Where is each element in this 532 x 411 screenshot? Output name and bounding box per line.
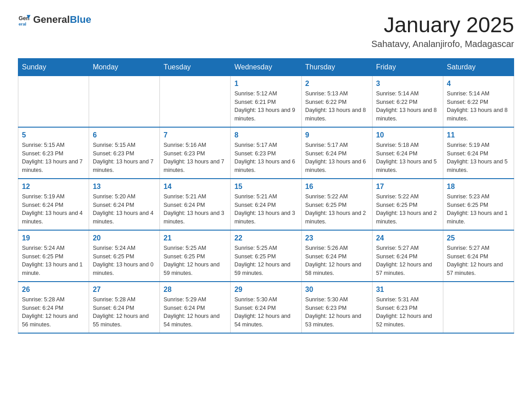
day-number: 15 bbox=[234, 183, 297, 191]
calendar-table: Sunday Monday Tuesday Wednesday Thursday… bbox=[18, 58, 514, 334]
day-info: Sunrise: 5:14 AMSunset: 6:22 PMDaylight:… bbox=[376, 90, 439, 123]
calendar-cell: 13Sunrise: 5:20 AMSunset: 6:24 PMDayligh… bbox=[89, 179, 160, 230]
page-header: Gen eral GeneralBlue January 2025 Sahata… bbox=[18, 13, 514, 49]
calendar-cell: 4Sunrise: 5:14 AMSunset: 6:22 PMDaylight… bbox=[443, 76, 514, 127]
col-saturday: Saturday bbox=[443, 58, 514, 76]
day-number: 17 bbox=[376, 183, 439, 191]
day-number: 13 bbox=[93, 183, 156, 191]
calendar-cell bbox=[89, 76, 160, 127]
calendar-cell bbox=[160, 76, 231, 127]
calendar-cell: 16Sunrise: 5:22 AMSunset: 6:25 PMDayligh… bbox=[301, 179, 372, 230]
day-info: Sunrise: 5:28 AMSunset: 6:24 PMDaylight:… bbox=[22, 295, 85, 329]
day-info: Sunrise: 5:17 AMSunset: 6:24 PMDaylight:… bbox=[305, 141, 369, 175]
day-number: 8 bbox=[234, 131, 297, 139]
col-friday: Friday bbox=[372, 58, 443, 76]
calendar-cell: 5Sunrise: 5:15 AMSunset: 6:23 PMDaylight… bbox=[18, 127, 89, 179]
col-monday: Monday bbox=[89, 58, 160, 76]
day-info: Sunrise: 5:15 AMSunset: 6:23 PMDaylight:… bbox=[93, 141, 156, 175]
day-info: Sunrise: 5:28 AMSunset: 6:24 PMDaylight:… bbox=[93, 295, 156, 329]
calendar-cell: 2Sunrise: 5:13 AMSunset: 6:22 PMDaylight… bbox=[301, 76, 372, 127]
day-number: 25 bbox=[447, 234, 510, 242]
calendar-cell: 11Sunrise: 5:19 AMSunset: 6:24 PMDayligh… bbox=[443, 127, 514, 179]
day-number: 30 bbox=[305, 286, 369, 294]
calendar-week-row: 12Sunrise: 5:19 AMSunset: 6:24 PMDayligh… bbox=[18, 179, 514, 230]
day-number: 11 bbox=[447, 131, 510, 139]
day-info: Sunrise: 5:19 AMSunset: 6:24 PMDaylight:… bbox=[22, 193, 85, 226]
calendar-cell: 7Sunrise: 5:16 AMSunset: 6:23 PMDaylight… bbox=[160, 127, 231, 179]
day-info: Sunrise: 5:27 AMSunset: 6:24 PMDaylight:… bbox=[376, 244, 439, 278]
col-thursday: Thursday bbox=[301, 58, 372, 76]
day-info: Sunrise: 5:26 AMSunset: 6:24 PMDaylight:… bbox=[305, 244, 369, 278]
day-info: Sunrise: 5:20 AMSunset: 6:24 PMDaylight:… bbox=[93, 193, 156, 226]
calendar-week-row: 1Sunrise: 5:12 AMSunset: 6:21 PMDaylight… bbox=[18, 76, 514, 127]
calendar-cell: 1Sunrise: 5:12 AMSunset: 6:21 PMDaylight… bbox=[231, 76, 301, 127]
svg-text:eral: eral bbox=[18, 21, 26, 26]
calendar-cell: 22Sunrise: 5:25 AMSunset: 6:25 PMDayligh… bbox=[231, 230, 301, 282]
day-info: Sunrise: 5:14 AMSunset: 6:22 PMDaylight:… bbox=[447, 90, 510, 123]
day-number: 3 bbox=[376, 80, 439, 88]
day-info: Sunrise: 5:29 AMSunset: 6:24 PMDaylight:… bbox=[163, 295, 227, 329]
calendar-cell: 23Sunrise: 5:26 AMSunset: 6:24 PMDayligh… bbox=[301, 230, 372, 282]
day-info: Sunrise: 5:18 AMSunset: 6:24 PMDaylight:… bbox=[376, 141, 439, 175]
logo-text-general: General bbox=[33, 14, 70, 25]
day-number: 4 bbox=[447, 80, 510, 88]
calendar-cell: 24Sunrise: 5:27 AMSunset: 6:24 PMDayligh… bbox=[372, 230, 443, 282]
calendar-cell: 28Sunrise: 5:29 AMSunset: 6:24 PMDayligh… bbox=[160, 282, 231, 333]
day-info: Sunrise: 5:30 AMSunset: 6:23 PMDaylight:… bbox=[305, 295, 369, 329]
day-number: 24 bbox=[376, 234, 439, 242]
logo-icon: Gen eral bbox=[18, 13, 30, 26]
day-number: 31 bbox=[376, 286, 439, 294]
day-info: Sunrise: 5:24 AMSunset: 6:25 PMDaylight:… bbox=[93, 244, 156, 278]
day-number: 16 bbox=[305, 183, 369, 191]
calendar-cell bbox=[18, 76, 89, 127]
day-number: 2 bbox=[305, 80, 369, 88]
day-info: Sunrise: 5:24 AMSunset: 6:25 PMDaylight:… bbox=[22, 244, 85, 278]
day-info: Sunrise: 5:13 AMSunset: 6:22 PMDaylight:… bbox=[305, 90, 369, 123]
title-area: January 2025 Sahatavy, Analanjirofo, Mad… bbox=[371, 13, 514, 49]
day-number: 29 bbox=[234, 286, 297, 294]
day-number: 10 bbox=[376, 131, 439, 139]
logo-text-blue: Blue bbox=[70, 14, 91, 25]
day-info: Sunrise: 5:22 AMSunset: 6:25 PMDaylight:… bbox=[305, 193, 369, 226]
day-number: 28 bbox=[163, 286, 227, 294]
calendar-cell: 17Sunrise: 5:22 AMSunset: 6:25 PMDayligh… bbox=[372, 179, 443, 230]
day-info: Sunrise: 5:25 AMSunset: 6:25 PMDaylight:… bbox=[163, 244, 227, 278]
day-info: Sunrise: 5:25 AMSunset: 6:25 PMDaylight:… bbox=[234, 244, 297, 278]
day-number: 6 bbox=[93, 131, 156, 139]
day-info: Sunrise: 5:17 AMSunset: 6:23 PMDaylight:… bbox=[234, 141, 297, 175]
calendar-week-row: 19Sunrise: 5:24 AMSunset: 6:25 PMDayligh… bbox=[18, 230, 514, 282]
calendar-cell: 6Sunrise: 5:15 AMSunset: 6:23 PMDaylight… bbox=[89, 127, 160, 179]
calendar-cell: 21Sunrise: 5:25 AMSunset: 6:25 PMDayligh… bbox=[160, 230, 231, 282]
calendar-cell: 8Sunrise: 5:17 AMSunset: 6:23 PMDaylight… bbox=[231, 127, 301, 179]
day-info: Sunrise: 5:30 AMSunset: 6:24 PMDaylight:… bbox=[234, 295, 297, 329]
day-info: Sunrise: 5:31 AMSunset: 6:23 PMDaylight:… bbox=[376, 295, 439, 329]
calendar-cell bbox=[443, 282, 514, 333]
day-number: 26 bbox=[22, 286, 85, 294]
day-number: 22 bbox=[234, 234, 297, 242]
calendar-week-row: 26Sunrise: 5:28 AMSunset: 6:24 PMDayligh… bbox=[18, 282, 514, 333]
calendar-cell: 10Sunrise: 5:18 AMSunset: 6:24 PMDayligh… bbox=[372, 127, 443, 179]
day-info: Sunrise: 5:16 AMSunset: 6:23 PMDaylight:… bbox=[163, 141, 227, 175]
calendar-cell: 29Sunrise: 5:30 AMSunset: 6:24 PMDayligh… bbox=[231, 282, 301, 333]
day-number: 20 bbox=[93, 234, 156, 242]
calendar-week-row: 5Sunrise: 5:15 AMSunset: 6:23 PMDaylight… bbox=[18, 127, 514, 179]
calendar-cell: 27Sunrise: 5:28 AMSunset: 6:24 PMDayligh… bbox=[89, 282, 160, 333]
day-info: Sunrise: 5:19 AMSunset: 6:24 PMDaylight:… bbox=[447, 141, 510, 175]
col-sunday: Sunday bbox=[18, 58, 89, 76]
calendar-cell: 26Sunrise: 5:28 AMSunset: 6:24 PMDayligh… bbox=[18, 282, 89, 333]
day-number: 1 bbox=[234, 80, 297, 88]
col-wednesday: Wednesday bbox=[231, 58, 301, 76]
day-number: 21 bbox=[163, 234, 227, 242]
calendar-cell: 19Sunrise: 5:24 AMSunset: 6:25 PMDayligh… bbox=[18, 230, 89, 282]
day-number: 27 bbox=[93, 286, 156, 294]
day-number: 7 bbox=[163, 131, 227, 139]
day-info: Sunrise: 5:27 AMSunset: 6:24 PMDaylight:… bbox=[447, 244, 510, 278]
day-number: 5 bbox=[22, 131, 85, 139]
day-number: 12 bbox=[22, 183, 85, 191]
day-number: 14 bbox=[163, 183, 227, 191]
calendar-cell: 31Sunrise: 5:31 AMSunset: 6:23 PMDayligh… bbox=[372, 282, 443, 333]
calendar-cell: 3Sunrise: 5:14 AMSunset: 6:22 PMDaylight… bbox=[372, 76, 443, 127]
calendar-cell: 20Sunrise: 5:24 AMSunset: 6:25 PMDayligh… bbox=[89, 230, 160, 282]
calendar-cell: 25Sunrise: 5:27 AMSunset: 6:24 PMDayligh… bbox=[443, 230, 514, 282]
day-info: Sunrise: 5:21 AMSunset: 6:24 PMDaylight:… bbox=[163, 193, 227, 226]
